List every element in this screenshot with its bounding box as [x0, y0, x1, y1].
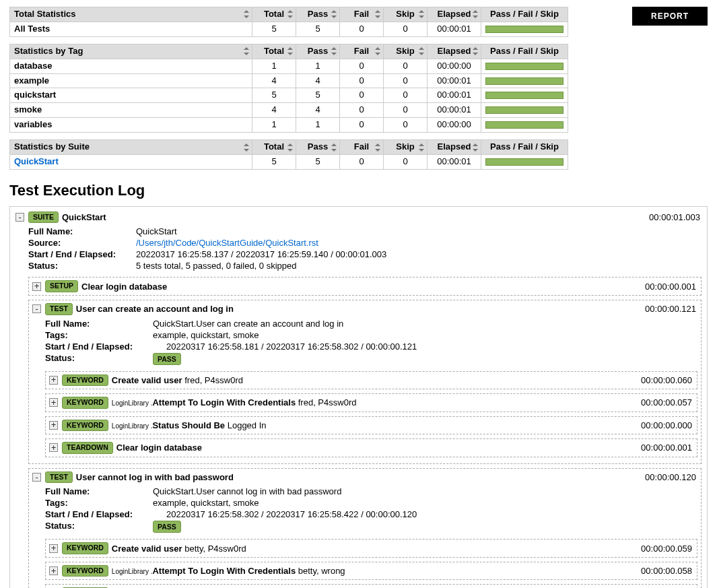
col-header[interactable]: Skip	[384, 44, 428, 59]
col-header[interactable]: Fail	[340, 140, 384, 155]
keyword-name[interactable]: Clear login database	[81, 282, 167, 292]
sort-icon[interactable]	[331, 143, 337, 152]
keyword-line[interactable]: LoginLibrary .Status Should Be Logged In	[112, 420, 267, 430]
col-header[interactable]: Statistics by Suite	[10, 140, 252, 155]
col-header[interactable]: Skip	[384, 7, 428, 22]
stat-total: 1	[252, 59, 296, 73]
keyword-badge: KEYWORD	[62, 420, 108, 432]
sort-icon[interactable]	[419, 47, 424, 55]
keyword-name: Attempt To Login With Credentials	[152, 397, 296, 407]
source-link[interactable]: /Users/jth/Code/QuickStartGuide/QuickSta…	[136, 238, 318, 248]
tags-value: example, quickstart, smoke	[153, 330, 259, 340]
stat-skip: 0	[384, 155, 428, 170]
keyword-args: fred, P4ssw0rd	[298, 397, 357, 407]
sort-icon[interactable]	[375, 47, 380, 55]
sort-icon[interactable]	[473, 143, 478, 152]
col-header[interactable]: Total	[252, 140, 296, 155]
col-header[interactable]: Pass	[296, 44, 340, 59]
sort-icon[interactable]	[287, 10, 293, 18]
keyword-line[interactable]: Create valid user fred, P4ssw0rd	[112, 375, 243, 385]
meta-label: Full Name:	[45, 319, 153, 329]
col-header[interactable]: Total	[252, 7, 296, 22]
status-badge: PASS	[153, 353, 181, 365]
sort-icon[interactable]	[331, 10, 337, 18]
collapse-icon[interactable]: -	[32, 304, 41, 313]
elapsed-time: 00:00:00.000	[641, 420, 693, 430]
elapsed-time: 00:00:00.121	[645, 304, 697, 314]
pass-fail-bar	[485, 26, 564, 33]
col-header[interactable]: Pass	[296, 140, 340, 155]
sort-icon[interactable]	[244, 143, 249, 152]
test-name[interactable]: User cannot log in with bad password	[76, 472, 234, 482]
col-header[interactable]: Fail	[340, 7, 384, 22]
stat-elapsed: 00:00:01	[428, 88, 481, 103]
keyword-name: Status Should Be	[152, 420, 225, 430]
col-header[interactable]: Pass	[296, 7, 340, 22]
test-block: - TEST User can create an account and lo…	[28, 300, 702, 464]
test-name[interactable]: User can create an account and log in	[76, 304, 234, 314]
sort-icon[interactable]	[287, 143, 293, 152]
table-row: variables 1 1 0 0 00:00:00	[10, 118, 568, 133]
stat-total: 5	[252, 88, 296, 103]
keyword-line[interactable]: Clear login database	[116, 443, 202, 453]
sort-icon[interactable]	[375, 143, 380, 152]
stat-total: 4	[252, 103, 296, 118]
keyword-args: betty, wrong	[298, 566, 345, 576]
meta-label: Start / End / Elapsed:	[45, 509, 166, 519]
expand-icon[interactable]: +	[49, 443, 58, 452]
tag-statistics-table: Statistics by Tag Total Pass Fail Skip E…	[9, 44, 568, 133]
collapse-icon[interactable]: -	[15, 213, 24, 222]
sort-icon[interactable]	[331, 47, 337, 55]
expand-icon[interactable]: +	[32, 282, 41, 291]
col-header: Pass / Fail / Skip	[481, 140, 568, 155]
col-header[interactable]: Statistics by Tag	[10, 44, 252, 59]
expand-icon[interactable]: +	[49, 421, 58, 430]
stat-fail: 0	[340, 88, 384, 103]
sort-icon[interactable]	[419, 10, 424, 18]
expand-icon[interactable]: +	[49, 566, 58, 575]
stat-elapsed: 00:00:01	[428, 103, 481, 118]
col-header[interactable]: Skip	[384, 140, 428, 155]
sort-icon[interactable]	[473, 47, 478, 55]
pass-fail-bar	[485, 63, 564, 70]
elapsed-time: 00:00:00.057	[641, 397, 693, 407]
keyword-badge: TEARDOWN	[62, 442, 113, 454]
section-title: Test Execution Log	[9, 182, 708, 199]
col-header[interactable]: Total Statistics	[10, 7, 252, 22]
expand-icon[interactable]: +	[49, 544, 58, 553]
col-header: Pass / Fail / Skip	[481, 7, 568, 22]
stat-skip: 0	[384, 118, 428, 133]
keyword-args: fred, P4ssw0rd	[184, 375, 243, 385]
sort-icon[interactable]	[244, 10, 249, 18]
expand-icon[interactable]: +	[49, 376, 58, 385]
report-button[interactable]: REPORT	[632, 7, 708, 26]
elapsed-time: 00:00:01.003	[649, 212, 702, 222]
col-header[interactable]: Fail	[340, 44, 384, 59]
stat-fail: 0	[340, 118, 384, 133]
stat-skip: 0	[384, 59, 428, 73]
meta-label: Status:	[45, 521, 153, 533]
keyword-line[interactable]: Create valid user betty, P4ssw0rd	[112, 544, 246, 554]
meta-label: Full Name:	[45, 486, 153, 496]
suite-link[interactable]: QuickStart	[14, 156, 59, 166]
sort-icon[interactable]	[244, 47, 249, 55]
expand-icon[interactable]: +	[49, 398, 58, 407]
stat-name: quickstart	[14, 90, 56, 100]
sort-icon[interactable]	[375, 10, 380, 18]
sort-icon[interactable]	[419, 143, 424, 152]
suite-badge: SUITE	[28, 211, 59, 224]
test-block: - TEST User cannot log in with bad passw…	[28, 468, 702, 588]
stat-elapsed: 00:00:01	[428, 22, 481, 36]
keyword-line[interactable]: LoginLibrary .Attempt To Login With Cred…	[112, 566, 345, 576]
sort-icon[interactable]	[287, 47, 293, 55]
sort-icon[interactable]	[473, 10, 478, 18]
col-header[interactable]: Total	[252, 44, 296, 59]
col-header[interactable]: Elapsed	[428, 140, 481, 155]
suite-name[interactable]: QuickStart	[62, 212, 106, 222]
keyword-line[interactable]: LoginLibrary .Attempt To Login With Cred…	[112, 397, 357, 407]
collapse-icon[interactable]: -	[32, 473, 41, 482]
col-header[interactable]: Elapsed	[428, 44, 481, 59]
col-header[interactable]: Elapsed	[428, 7, 481, 22]
tags-value: example, quickstart, smoke	[153, 498, 259, 508]
keyword-badge: KEYWORD	[62, 565, 108, 577]
